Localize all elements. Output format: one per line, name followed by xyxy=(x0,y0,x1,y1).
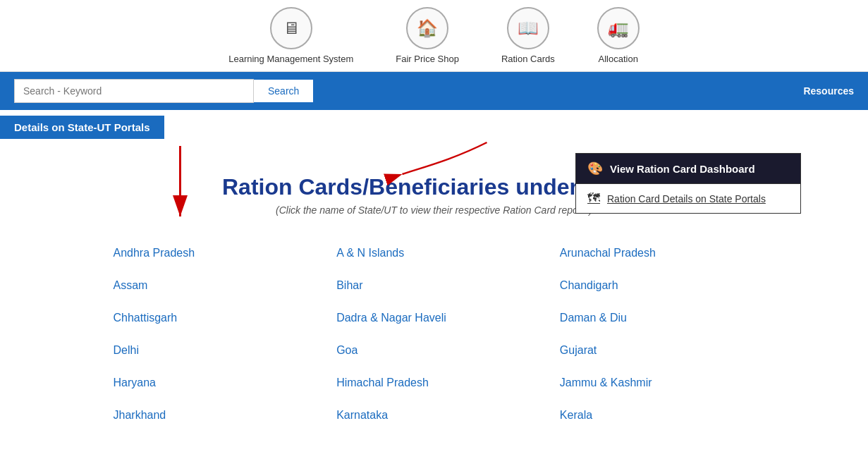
page-title-banner: Details on State-UT Portals xyxy=(0,116,164,139)
resources-link[interactable]: Resources xyxy=(803,85,854,97)
state-link-haryana[interactable]: Haryana xyxy=(99,367,323,399)
nav-label-fairprice: Fair Price Shop xyxy=(396,54,459,64)
state-link-chandigarh[interactable]: Chandigarh xyxy=(546,269,769,302)
state-link-bihar[interactable]: Bihar xyxy=(322,269,546,302)
state-link-chhattisgarh[interactable]: Chhattisgarh xyxy=(99,302,323,334)
state-link-gujarat[interactable]: Gujarat xyxy=(546,334,769,367)
nav-label-learning: Learning Management System xyxy=(228,54,353,64)
nav-item-fairprice[interactable]: 🏠 Fair Price Shop xyxy=(396,7,459,64)
state-link-dadra[interactable]: Dadra & Nagar Haveli xyxy=(322,302,546,334)
allocation-icon: 🚛 xyxy=(597,7,640,49)
rationcards-icon: 📖 xyxy=(507,7,549,49)
search-button[interactable]: Search xyxy=(254,79,314,103)
state-link-kerala[interactable]: Kerala xyxy=(546,399,769,432)
state-link-karnataka[interactable]: Karnataka xyxy=(322,399,546,432)
portals-icon: 🗺 xyxy=(587,191,600,206)
top-navigation: 🖥 Learning Management System 🏠 Fair Pric… xyxy=(0,0,868,72)
state-link-delhi[interactable]: Delhi xyxy=(99,334,323,367)
state-link-jharkhand[interactable]: Jharkhand xyxy=(99,399,323,432)
search-input[interactable] xyxy=(14,79,254,103)
nav-item-learning[interactable]: 🖥 Learning Management System xyxy=(228,7,353,64)
state-link-jammu-kashmir[interactable]: Jammu & Kashmir xyxy=(546,367,769,399)
nav-label-allocation: Allocation xyxy=(599,54,638,64)
state-link-assam[interactable]: Assam xyxy=(99,269,323,302)
state-link-goa[interactable]: Goa xyxy=(322,334,546,367)
dropdown-label-dashboard: View Ration Card Dashboard xyxy=(610,163,755,175)
state-link-arunachal-pradesh[interactable]: Arunachal Pradesh xyxy=(546,237,769,269)
fairprice-icon: 🏠 xyxy=(406,7,448,49)
dropdown-item-dashboard[interactable]: 🎨 View Ration Card Dashboard xyxy=(576,154,800,184)
nav-label-rationcards: Ration Cards xyxy=(501,54,555,64)
ration-card-dropdown: 🎨 View Ration Card Dashboard 🗺 Ration Ca… xyxy=(575,153,801,214)
search-bar: Search Resources 🎨 View Ration Card Dash… xyxy=(0,72,868,110)
state-link-andhra-pradesh[interactable]: Andhra Pradesh xyxy=(99,237,323,269)
state-grid: Andhra Pradesh A & N Islands Arunachal P… xyxy=(99,237,769,432)
state-link-daman-diu[interactable]: Daman & Diu xyxy=(546,302,769,334)
nav-item-allocation[interactable]: 🚛 Allocation xyxy=(597,7,640,64)
state-link-himachal-pradesh[interactable]: Himachal Pradesh xyxy=(322,367,546,399)
nav-item-rationcards[interactable]: 📖 Ration Cards xyxy=(501,7,555,64)
dropdown-item-portals[interactable]: 🗺 Ration Card Details on State Portals xyxy=(576,184,800,213)
state-link-an-islands[interactable]: A & N Islands xyxy=(322,237,546,269)
learning-icon: 🖥 xyxy=(270,7,312,49)
dashboard-icon: 🎨 xyxy=(587,161,603,176)
dropdown-label-portals: Ration Card Details on State Portals xyxy=(607,193,766,204)
